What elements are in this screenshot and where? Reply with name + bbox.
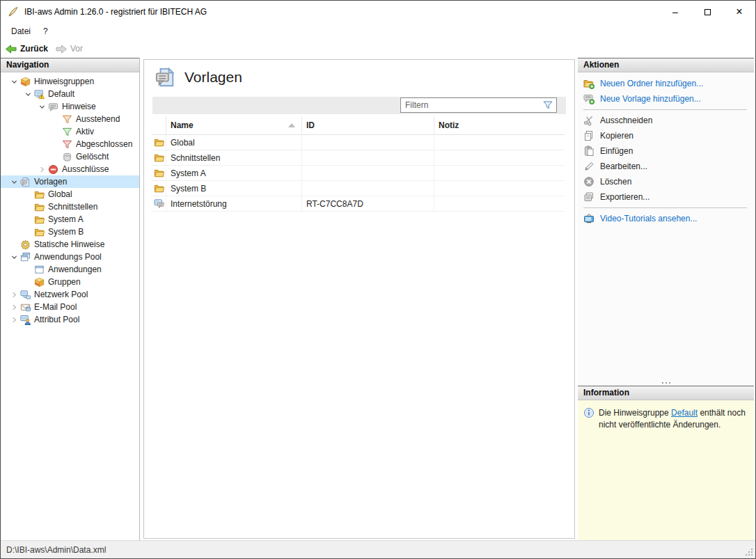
chevron-spacer — [22, 189, 34, 200]
row-icon-cell — [152, 166, 166, 180]
chevron-down-icon[interactable] — [22, 88, 34, 100]
tree-item-statische-hinweise[interactable]: Statische Hinweise — [1, 238, 139, 251]
no-entry-icon — [48, 164, 58, 175]
tree-item-abgeschlossen[interactable]: Abgeschlossen — [1, 138, 139, 150]
action-video-tutorials-ansehen[interactable]: Video-Tutorials ansehen... — [578, 211, 754, 226]
network-icon — [20, 290, 31, 300]
close-button[interactable]: × — [723, 1, 755, 23]
actions-header: Aktionen — [578, 58, 754, 72]
action-label: Löschen — [600, 177, 631, 187]
tree-item-label: System B — [48, 227, 84, 237]
column-header-notiz[interactable]: Notiz — [434, 116, 565, 134]
tree-item-e-mail-pool[interactable]: E-Mail Pool — [1, 301, 139, 313]
action-kopieren[interactable]: Kopieren — [578, 128, 754, 143]
chevron-down-icon[interactable] — [8, 251, 20, 262]
back-button[interactable]: Zurück — [5, 44, 48, 54]
action-label: Bearbeiten... — [600, 162, 647, 171]
cell-name: Schnittstellen — [166, 150, 302, 165]
tree-item-label: Hinweisgruppen — [34, 77, 94, 86]
column-header-id[interactable]: ID — [302, 116, 434, 134]
tree-item-label: Anwendungen — [48, 265, 102, 274]
chevron-right-icon[interactable] — [36, 164, 48, 175]
action-label: Kopieren — [600, 131, 633, 141]
tree-item-system-a[interactable]: System A — [1, 213, 139, 226]
information-message: Die Hinweisgruppe Default enthält noch n… — [599, 407, 748, 431]
chevron-down-icon[interactable] — [36, 101, 48, 112]
tree-item-global[interactable]: Global — [1, 188, 139, 200]
navigation-tree: HinweisgruppenDefaultHinweiseAusstehendA… — [1, 72, 139, 326]
tree-item-vorlagen[interactable]: Vorlagen — [1, 175, 139, 188]
recycle-bin-icon — [62, 152, 72, 162]
data-file-path: D:\IBI-aws\Admin\Data.xml — [6, 545, 106, 555]
folder-icon — [154, 152, 164, 163]
action-neuen-ordner-hinzufuegen[interactable]: Neuen Ordner hinzufügen... — [578, 76, 754, 91]
table-row-system-a[interactable]: System A — [152, 166, 565, 181]
chevron-right-icon[interactable] — [8, 289, 20, 300]
tree-item-attribut-pool[interactable]: Attribut Pool — [1, 313, 139, 326]
tree-item-label: Netzwerk Pool — [34, 290, 88, 299]
tree-item-default[interactable]: Default — [1, 88, 139, 100]
tree-item-schnittstellen[interactable]: Schnittstellen — [1, 200, 139, 213]
cell-notiz — [434, 135, 565, 150]
folder-icon — [154, 137, 164, 148]
mail-icon — [20, 302, 31, 313]
tree-item-netzwerk-pool[interactable]: Netzwerk Pool — [1, 288, 139, 301]
tree-item-ausstehend[interactable]: Ausstehend — [1, 113, 139, 125]
panel-splitter-handle[interactable] — [578, 379, 754, 386]
cell-name: System A — [166, 166, 302, 180]
action-ausschneiden[interactable]: Ausschneiden — [578, 113, 754, 128]
information-panel: Die Hinweisgruppe Default enthält noch n… — [578, 400, 754, 540]
tree-item-system-b[interactable]: System B — [1, 226, 139, 238]
folder-icon — [34, 214, 45, 225]
menu-help[interactable]: ? — [37, 25, 54, 38]
table-row-internetstoerung[interactable]: InternetstörungRT-C7CC8A7D — [152, 196, 565, 212]
action-exportieren[interactable]: Exportieren... — [578, 189, 754, 205]
actions-list: Neuen Ordner hinzufügen...Neue Vorlage h… — [578, 72, 754, 379]
menu-datei[interactable]: Datei — [5, 25, 37, 38]
action-label: Neue Vorlage hinzufügen... — [600, 94, 701, 104]
maximize-button[interactable] — [691, 1, 723, 23]
tree-item-label: E-Mail Pool — [34, 302, 77, 312]
column-header-name[interactable]: Name — [166, 116, 302, 134]
tree-item-label: System A — [48, 214, 84, 224]
tree-item-label: Attribut Pool — [34, 315, 79, 324]
action-loeschen[interactable]: Löschen — [578, 174, 754, 189]
chevron-spacer — [22, 264, 34, 275]
folder-icon — [34, 227, 45, 237]
tree-item-label: Statische Hinweise — [34, 239, 104, 249]
tree-item-anwendungen[interactable]: Anwendungen — [1, 263, 139, 276]
default-group-link[interactable]: Default — [671, 408, 698, 418]
resize-grip[interactable] — [751, 554, 753, 556]
chevron-down-icon[interactable] — [8, 76, 20, 87]
title-bar: IBI-aws Admin 1.26.0 - registriert für I… — [1, 1, 755, 23]
tree-item-anwendungs-pool[interactable]: Anwendungs Pool — [1, 251, 139, 263]
table-row-schnittstellen[interactable]: Schnittstellen — [152, 150, 565, 166]
column-header-label: Name — [171, 120, 194, 130]
speech-bubble-icon — [48, 102, 58, 112]
tree-item-aktiv[interactable]: Aktiv — [1, 125, 139, 138]
tree-item-label: Abgeschlossen — [76, 139, 132, 149]
chevron-down-icon[interactable] — [8, 176, 20, 187]
chevron-right-icon[interactable] — [8, 301, 20, 313]
action-einfuegen[interactable]: Einfügen — [578, 143, 754, 159]
tree-item-geloescht[interactable]: Gelöscht — [1, 150, 139, 163]
table-row-global[interactable]: Global — [152, 135, 565, 150]
forward-button[interactable]: Vor — [55, 44, 83, 54]
template-plus-icon — [583, 93, 594, 104]
gear-icon — [20, 239, 31, 250]
windows-icon — [20, 252, 31, 262]
tree-item-hinweisgruppen[interactable]: Hinweisgruppen — [1, 75, 139, 88]
column-header-label: ID — [306, 120, 315, 130]
tree-item-label: Default — [48, 89, 74, 99]
tree-item-gruppen[interactable]: Gruppen — [1, 276, 139, 288]
filter-input[interactable] — [401, 99, 542, 111]
chevron-right-icon[interactable] — [8, 314, 20, 325]
tree-item-hinweise[interactable]: Hinweise — [1, 100, 139, 113]
action-neue-vorlage-hinzufuegen[interactable]: Neue Vorlage hinzufügen... — [578, 91, 754, 107]
row-icon-cell — [152, 150, 166, 165]
tree-item-ausschluesse[interactable]: Ausschlüsse — [1, 163, 139, 175]
minimize-button[interactable]: – — [659, 1, 691, 23]
action-bearbeiten[interactable]: Bearbeiten... — [578, 159, 754, 174]
table-row-system-b[interactable]: System B — [152, 181, 565, 196]
filter-funnel-icon[interactable] — [542, 100, 553, 111]
